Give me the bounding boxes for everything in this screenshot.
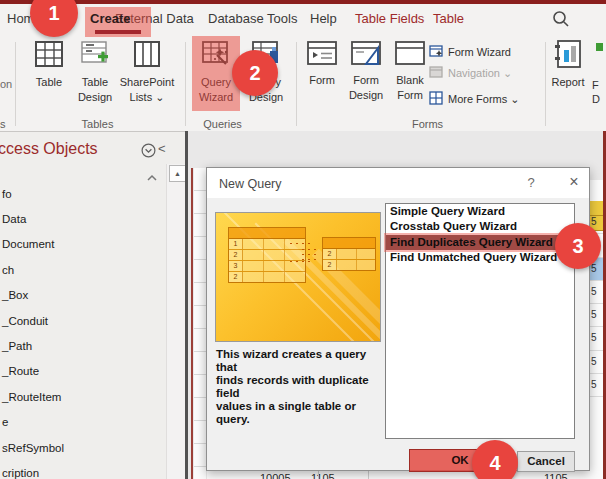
access-window: Home Create External Data Database Tools… (0, 0, 606, 479)
scroll-up-button[interactable]: ▲ (169, 165, 186, 182)
tab-table[interactable]: Table (433, 11, 464, 26)
table-button-label: Table (26, 76, 72, 89)
tab-database-tools[interactable]: Database Tools (208, 11, 297, 26)
object-list-item[interactable]: Data (2, 206, 162, 231)
wizard-option-label: Simple Query Wizard (390, 205, 505, 217)
group-divider (545, 42, 546, 126)
tab-help[interactable]: Help (310, 11, 337, 26)
blank-form-button[interactable]: Blank Form (390, 38, 430, 102)
active-tab-underline (95, 30, 141, 34)
clipped-cell-value: 5 (590, 304, 603, 327)
nav-pane-scrollbar[interactable]: ▲ (166, 164, 186, 479)
sharepoint-label-2: Lists ⌄ (118, 91, 176, 104)
form-design-icon (350, 54, 382, 71)
datasheet-rows-left (194, 168, 206, 479)
object-list-item[interactable]: _Box (2, 283, 162, 308)
wizard-option[interactable]: Simple Query Wizard (386, 204, 574, 219)
form-design-button[interactable]: Form Design (344, 38, 388, 102)
forms-group-label: Forms (400, 118, 455, 130)
tab-create[interactable]: Create (90, 11, 130, 26)
report-button-label: Report (549, 76, 587, 89)
clipped-cell-value: 10005 (260, 471, 291, 479)
clipped-cell-value: 5 (590, 281, 603, 304)
object-list-item[interactable]: fo (2, 181, 162, 206)
tables-group-label: Tables (70, 118, 125, 130)
object-list-item[interactable]: Document (2, 232, 162, 257)
wizard-option-label: Find Duplicates Query Wizard (390, 236, 553, 248)
wizard-option[interactable]: Crosstab Query Wizard (386, 219, 574, 234)
report-icon (552, 56, 584, 73)
form-wizard-icon (429, 44, 444, 60)
object-list-item[interactable]: sRefSymbol (2, 435, 162, 460)
form-design-label-2: Design (344, 89, 388, 102)
form-design-label-1: Form (344, 74, 388, 87)
object-list-item[interactable]: _Route (2, 359, 162, 384)
wizard-option[interactable]: Find Duplicates Query Wizard (386, 235, 574, 250)
circle-chevron-down-icon (141, 144, 156, 161)
table-button[interactable]: Table (26, 38, 72, 89)
object-list: foDataDocumentch_Box_Conduit_Path_Route_… (2, 181, 162, 479)
report-button[interactable]: Report (549, 38, 587, 89)
clipped-group-label: s (0, 118, 6, 130)
table-design-button[interactable]: Table Design (72, 38, 118, 104)
object-list-item[interactable]: ch (2, 257, 162, 282)
shutter-bar-close-button[interactable]: < (158, 141, 166, 156)
form-button-label: Form (302, 74, 342, 87)
blank-form-label-1: Blank (390, 74, 430, 87)
queries-group-label: Queries (195, 118, 250, 130)
object-list-item[interactable]: _RouteItem (2, 384, 162, 409)
clipped-report-design-label-2: D (592, 93, 600, 105)
more-forms-button[interactable]: More Forms ⌄ (429, 91, 520, 107)
annotation-step-2: 2 (232, 50, 278, 96)
preview-table-row: 2 (229, 272, 305, 282)
wizard-option[interactable]: Find Unmatched Query Wizard (386, 250, 574, 265)
title-bar-strip (0, 0, 606, 4)
clipped-button-label: on (0, 78, 12, 90)
wizard-description: This wizard creates a query that finds r… (216, 348, 382, 426)
close-icon[interactable]: × (564, 172, 584, 192)
form-button[interactable]: Form (302, 38, 342, 87)
new-query-dialog: New Query ? × 1232 22 (206, 167, 590, 471)
clipped-cell-value: 1105 (311, 471, 335, 479)
search-button[interactable] (550, 8, 572, 30)
preview-table-row: 2 (323, 249, 375, 260)
group-divider (15, 42, 16, 126)
sharepoint-lists-button[interactable]: SharePoint Lists ⌄ (118, 38, 176, 104)
navigation-icon (429, 65, 444, 81)
form-wizard-button[interactable]: Form Wizard (429, 44, 511, 60)
blank-form-icon (394, 54, 426, 71)
clipped-icon (596, 43, 603, 51)
object-list-item[interactable]: e (2, 410, 162, 435)
clipped-cell-value: 5 (590, 327, 603, 350)
tab-table-fields[interactable]: Table Fields (355, 11, 424, 26)
sharepoint-lists-icon (131, 56, 163, 73)
group-divider (296, 42, 297, 126)
preview-table-row: 2 (323, 260, 375, 270)
nav-pane-menu-button[interactable] (141, 143, 156, 162)
dialog-title-bar[interactable]: New Query ? × (207, 168, 589, 198)
sharepoint-label-1: SharePoint (118, 76, 176, 89)
wizard-option-label: Crosstab Query Wizard (390, 220, 517, 232)
form-wizard-label: Form Wizard (448, 46, 511, 58)
form-icon (306, 54, 338, 71)
preview-dots (288, 259, 314, 265)
description-line: finds records with duplicate field (216, 374, 382, 400)
search-icon (550, 16, 572, 33)
table-design-label-2: Design (72, 91, 118, 104)
preview-table-header (229, 228, 305, 239)
wizard-listbox[interactable]: Simple Query WizardCrosstab Query Wizard… (385, 203, 575, 439)
cancel-button[interactable]: Cancel (517, 451, 575, 472)
help-button[interactable]: ? (523, 175, 539, 191)
object-list-item[interactable]: _Conduit (2, 308, 162, 333)
wizard-preview-image: 1232 22 (215, 212, 381, 342)
clipped-cell-value: 1105 (544, 471, 568, 479)
preview-table-left: 1232 (228, 227, 306, 283)
group-divider (185, 42, 186, 126)
object-list-item[interactable]: _Path (2, 333, 162, 358)
dialog-title: New Query (219, 177, 282, 191)
preview-table-right: 22 (322, 237, 376, 271)
navigation-pane: ccess Objects < foDataDocumentch_Box_Con… (0, 131, 185, 479)
clipped-report-design-label-1: F (592, 79, 599, 91)
clipped-cell-value: 5 (590, 351, 603, 374)
object-list-item[interactable]: cription (2, 460, 162, 479)
